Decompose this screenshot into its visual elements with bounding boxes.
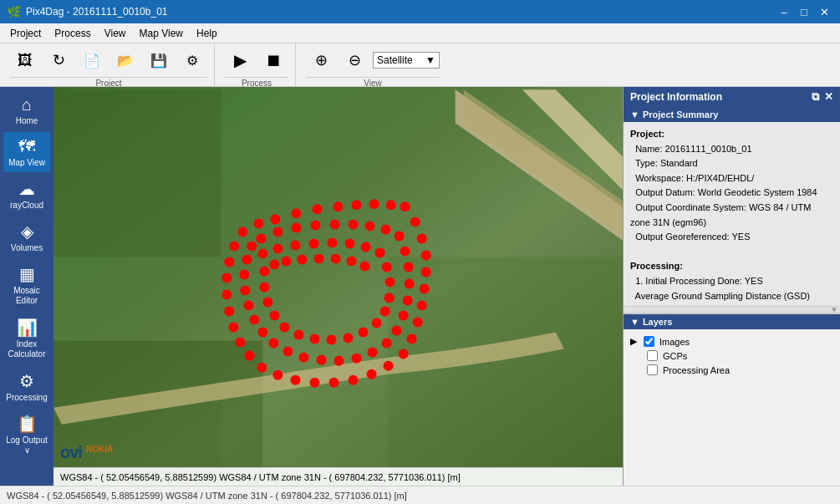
svg-point-84 <box>344 333 354 344</box>
layer-images-label: Images <box>659 337 690 347</box>
menu-project[interactable]: Project <box>3 26 48 41</box>
toolbar-open[interactable]: 📂 <box>110 43 140 77</box>
project-summary-header[interactable]: ▼ Project Summary <box>624 107 840 122</box>
sidebar-volumes-label: Volumes <box>11 243 43 252</box>
datum-row: Output Datum: World Geodetic System 1984 <box>630 186 833 201</box>
svg-point-5 <box>270 214 280 224</box>
menu-help[interactable]: Help <box>190 26 224 41</box>
panel-close-button[interactable]: ✕ <box>824 90 833 104</box>
svg-point-76 <box>361 242 371 252</box>
svg-point-26 <box>309 378 319 388</box>
svg-point-71 <box>272 243 283 253</box>
svg-point-58 <box>333 356 344 366</box>
toolbar-new-file[interactable]: 📄 <box>77 43 107 77</box>
toolbar-zoom-in[interactable]: ⊕ <box>306 43 336 77</box>
svg-point-74 <box>327 237 337 247</box>
layer-gcps-checkbox[interactable] <box>647 350 658 361</box>
satellite-dropdown[interactable]: Satellite ▼ <box>373 52 440 69</box>
sidebar-item-logoutput[interactable]: 📋 Log Output ∨ <box>3 409 50 460</box>
layers-header[interactable]: ▼ Layers <box>624 314 840 329</box>
minimize-button[interactable]: – <box>775 3 793 20</box>
layer-item-images: ▶ Images <box>630 334 833 349</box>
svg-point-65 <box>243 301 253 311</box>
maximize-button[interactable]: □ <box>795 3 813 20</box>
svg-point-60 <box>298 353 308 363</box>
svg-point-46 <box>365 221 375 231</box>
svg-point-66 <box>240 285 250 295</box>
map-overlay <box>53 87 623 486</box>
svg-point-86 <box>309 334 319 344</box>
svg-point-30 <box>244 351 254 361</box>
svg-point-16 <box>421 267 431 277</box>
left-sidebar: ⌂ Home 🗺 Map View ☁ rayCloud ◈ Volumes ▦… <box>0 87 53 486</box>
svg-point-99 <box>360 261 370 271</box>
svg-point-88 <box>279 323 289 333</box>
sidebar-item-processing[interactable]: ⚙ Processing <box>3 366 50 407</box>
svg-point-34 <box>221 290 232 300</box>
toolbar-new-project[interactable]: 🖼 <box>10 43 40 77</box>
svg-point-67 <box>239 269 249 279</box>
close-button[interactable]: ✕ <box>815 3 833 20</box>
workspace-row: Workspace: H:/PIX4D/EHDL/ <box>630 171 833 186</box>
svg-point-54 <box>392 326 402 336</box>
layers-section: ▼ Layers ▶ Images GCPs Processing Area <box>624 313 840 382</box>
svg-point-96 <box>313 253 323 263</box>
mosaic-icon: ▦ <box>19 264 35 284</box>
toolbar-project-group: 🖼 ↻ 📄 📂 💾 ⚙ Project <box>3 43 215 86</box>
svg-point-55 <box>382 339 392 349</box>
toolbar-zoom-out[interactable]: ⊖ <box>339 43 369 77</box>
svg-point-31 <box>235 338 245 348</box>
svg-point-48 <box>395 231 405 241</box>
sidebar-item-mosaic[interactable]: ▦ MosaicEditor <box>3 259 50 311</box>
scrollbar-area[interactable]: ▼ <box>624 307 840 313</box>
toolbar-stop[interactable]: ⏹ <box>258 43 288 77</box>
svg-point-44 <box>329 219 339 229</box>
dropdown-arrow-icon: ▼ <box>425 54 435 66</box>
sidebar-item-home[interactable]: ⌂ Home <box>3 90 50 130</box>
layers-title: Layers <box>643 317 672 327</box>
menu-view[interactable]: View <box>98 26 133 41</box>
toolbar-save[interactable]: 💾 <box>144 43 174 77</box>
sidebar-item-raycloud[interactable]: ☁ rayCloud <box>3 174 50 215</box>
svg-point-21 <box>399 349 409 359</box>
layer-images-checkbox[interactable] <box>644 336 654 347</box>
layer-procarea-label: Processing Area <box>663 365 730 375</box>
svg-point-79 <box>385 277 395 287</box>
log-expand-icon: ∨ <box>24 445 30 455</box>
menu-process[interactable]: Process <box>48 26 97 41</box>
layer-gcps-label: GCPs <box>663 351 687 361</box>
workspace-label: Workspace: <box>635 173 684 183</box>
sidebar-item-index[interactable]: 📊 IndexCalculator <box>3 313 50 364</box>
svg-point-36 <box>224 257 234 267</box>
svg-point-70 <box>257 248 267 258</box>
title-text: 🌿 Pix4Dag - 20161111_0010b_01 <box>7 5 167 18</box>
toolbar-refresh[interactable]: ↻ <box>43 43 74 77</box>
layer-procarea-checkbox[interactable] <box>647 364 658 375</box>
sidebar-processing-label: Processing <box>6 393 47 402</box>
datum-value: World Geodetic System 1984 <box>698 187 817 197</box>
toolbar: 🖼 ↻ 📄 📂 💾 ⚙ Project <box>0 43 840 87</box>
sidebar-log-label: Log Output <box>6 435 47 445</box>
map-area[interactable]: ovi NOKIA WGS84 - ( 52.05456549, 5.88512… <box>53 87 623 486</box>
sidebar-item-mapview[interactable]: 🗺 Map View <box>3 132 50 172</box>
svg-point-78 <box>382 262 392 272</box>
type-row: Type: Standard <box>630 156 833 171</box>
processing-icon: ⚙ <box>19 371 34 391</box>
datum-label: Output Datum: <box>635 187 695 197</box>
panel-detach-button[interactable]: ⧉ <box>812 90 819 104</box>
layer-expand-icon[interactable]: ▶ <box>630 336 637 347</box>
sidebar-item-volumes[interactable]: ◈ Volumes <box>3 216 50 257</box>
svg-point-89 <box>269 311 279 321</box>
ovi-logo: ovi NOKIA <box>60 443 113 462</box>
svg-point-87 <box>293 330 303 340</box>
title-bar: 🌿 Pix4Dag - 20161111_0010b_01 – □ ✕ <box>0 0 840 23</box>
toolbar-settings[interactable]: ⚙ <box>177 43 207 77</box>
svg-point-11 <box>386 200 396 210</box>
toolbar-process-group: ▶ ⏹ Process <box>218 43 296 86</box>
menu-mapview[interactable]: Map View <box>133 26 190 41</box>
svg-point-50 <box>404 262 414 272</box>
svg-point-56 <box>368 348 378 358</box>
svg-point-68 <box>242 254 252 264</box>
svg-point-7 <box>312 204 322 214</box>
toolbar-play[interactable]: ▶ <box>225 43 255 77</box>
